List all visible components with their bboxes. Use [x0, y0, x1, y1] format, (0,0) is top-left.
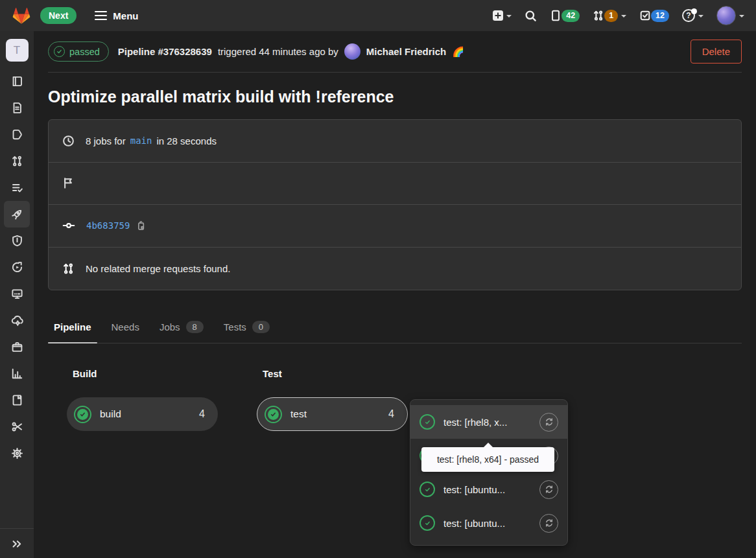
stage-test: Test test 4 [257, 368, 408, 431]
status-success-icon [74, 406, 91, 423]
top-navbar: Next Menu 42 1 [0, 0, 756, 31]
chevron-down-icon [698, 15, 703, 20]
triggered-text: triggered 44 minutes ago by [218, 46, 338, 57]
merge-requests-button[interactable]: 1 [593, 10, 626, 22]
chevron-down-icon [506, 15, 512, 20]
status-success-icon [419, 482, 435, 497]
retry-icon [545, 417, 554, 426]
no-mr-text: No related merge requests found. [86, 263, 230, 274]
list-check-icon [11, 181, 23, 194]
cloud-gear-icon [11, 314, 23, 327]
tests-count-badge: 0 [252, 321, 270, 333]
search-button[interactable] [525, 10, 537, 22]
dropdown-job-item[interactable]: test: [rhel8, x... [410, 405, 567, 439]
issues-count-badge: 42 [561, 10, 580, 22]
merge-request-icon [11, 155, 23, 167]
document-icon [11, 102, 23, 114]
collapse-sidebar-button[interactable] [0, 528, 34, 558]
copy-icon [136, 220, 147, 231]
pipeline-graph: Build build 4 Test [48, 343, 742, 523]
book-icon [11, 75, 23, 87]
sidebar-item-security[interactable] [4, 227, 30, 254]
status-success-icon [265, 406, 282, 423]
job-label: test: [rhel8, x... [443, 417, 507, 428]
stage-build: Build build 4 [67, 368, 218, 431]
tab-tests[interactable]: Tests 0 [218, 312, 276, 343]
package-icon [11, 341, 23, 353]
jobs-duration-row: 8 jobs for main in 28 seconds [49, 120, 741, 163]
pipeline-id: Pipeline #376328639 [118, 46, 212, 57]
job-name: test [290, 408, 307, 420]
tab-needs[interactable]: Needs [106, 312, 145, 343]
new-menu-button[interactable] [493, 10, 512, 21]
merge-request-icon [62, 262, 75, 275]
sidebar-item-requirements[interactable] [4, 174, 30, 201]
pipeline-tabs: Pipeline Needs Jobs 8 Tests 0 [48, 312, 742, 343]
status-passed-icon [54, 46, 65, 57]
pipeline-header: passed Pipeline #376328639 triggered 44 … [48, 31, 742, 73]
sidebar-item-wiki[interactable] [4, 387, 30, 413]
job-name: build [100, 408, 121, 420]
sidebar-item-infrastructure[interactable] [4, 307, 30, 334]
retry-job-button[interactable] [539, 413, 558, 432]
jobs-summary-text: 8 jobs for main in 28 seconds [86, 135, 217, 146]
plus-icon [493, 10, 503, 21]
stage-test-title: Test [263, 368, 408, 379]
monitor-icon [11, 288, 23, 300]
ref-link[interactable]: main [130, 135, 152, 146]
todos-button[interactable]: 12 [639, 10, 669, 22]
dropdown-job-item[interactable]: test: [ubuntu... [410, 472, 567, 506]
rocket-icon [11, 208, 23, 220]
dropdown-job-item[interactable]: test: [ubuntu... [410, 506, 567, 540]
sidebar-item-analytics[interactable] [4, 360, 30, 387]
scissors-icon [11, 421, 23, 433]
author-name[interactable]: Michael Friedrich [366, 46, 446, 57]
sidebar-item-repository[interactable] [4, 95, 30, 121]
pipeline-summary-box: 8 jobs for main in 28 seconds 4b683759 [48, 119, 742, 290]
tab-jobs[interactable]: Jobs 8 [154, 312, 209, 343]
next-badge[interactable]: Next [40, 7, 77, 24]
mr-count-badge: 1 [604, 10, 618, 22]
retry-job-button[interactable] [539, 514, 558, 533]
job-label: test: [ubuntu... [443, 518, 505, 529]
tab-pipeline[interactable]: Pipeline [48, 312, 97, 343]
chevron-down-icon [739, 15, 744, 20]
sidebar-item-ci-cd[interactable] [4, 201, 30, 227]
job-count: 4 [199, 408, 205, 420]
sidebar-item-deployments[interactable] [4, 254, 30, 281]
commit-sha-link[interactable]: 4b683759 [86, 220, 130, 231]
issues-button[interactable]: 42 [550, 10, 580, 22]
sidebar-item-issues[interactable] [4, 121, 30, 148]
retry-icon [545, 518, 554, 528]
sidebar-item-monitor[interactable] [4, 281, 30, 307]
bar-chart-icon [11, 367, 23, 380]
search-icon [525, 10, 537, 22]
retry-job-button[interactable] [539, 480, 558, 499]
job-label: test: [ubuntu... [443, 484, 505, 495]
todo-check-icon [639, 10, 651, 21]
user-menu-button[interactable] [716, 6, 744, 25]
project-avatar[interactable]: T [6, 39, 29, 62]
copy-commit-button[interactable] [136, 220, 147, 231]
pipeline-status-badge[interactable]: passed [48, 41, 109, 62]
deploy-cycle-icon [11, 261, 23, 273]
help-button[interactable] [682, 9, 703, 22]
job-build-pill[interactable]: build 4 [67, 397, 218, 431]
delete-button[interactable]: Delete [691, 40, 742, 64]
sidebar-item-snippets[interactable] [4, 413, 30, 440]
job-test-pill[interactable]: test 4 [257, 397, 408, 431]
author-avatar[interactable] [344, 43, 360, 60]
sidebar-item-settings[interactable] [4, 440, 30, 467]
sidebar-item-packages[interactable] [4, 334, 30, 360]
gitlab-logo-icon[interactable] [12, 6, 31, 25]
sidebar-item-project-information[interactable] [4, 68, 30, 95]
status-label: passed [69, 47, 100, 57]
issues-tag-icon [11, 128, 23, 141]
help-icon [682, 9, 695, 22]
sidebar-item-merge-requests[interactable] [4, 148, 30, 174]
jobs-count-badge: 8 [186, 321, 204, 333]
stage-build-title: Build [73, 368, 218, 379]
menu-button[interactable]: Menu [95, 10, 138, 21]
chevron-down-icon [621, 15, 626, 20]
menu-label: Menu [113, 10, 138, 21]
